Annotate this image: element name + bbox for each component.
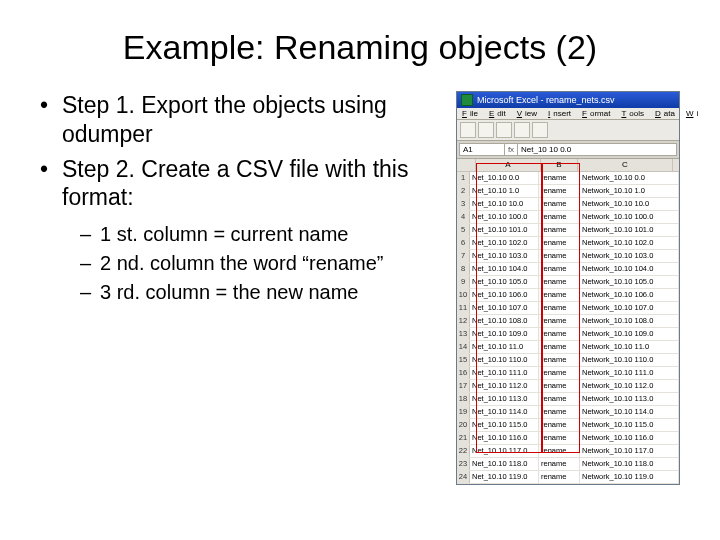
row-header[interactable]: 1 bbox=[457, 172, 470, 184]
cell[interactable]: Network_10.10 109.0 bbox=[580, 328, 679, 340]
toolbar-button[interactable] bbox=[496, 122, 512, 138]
cell[interactable]: Net_10.10 116.0 bbox=[470, 432, 539, 444]
cell[interactable]: rename bbox=[539, 380, 580, 392]
toolbar-button[interactable] bbox=[532, 122, 548, 138]
cell[interactable]: Net_10.10 10.0 bbox=[470, 198, 539, 210]
cell[interactable]: Net_10.10 1.0 bbox=[470, 185, 539, 197]
row-header[interactable]: 20 bbox=[457, 419, 470, 431]
cell[interactable]: Net_10.10 109.0 bbox=[470, 328, 539, 340]
toolbar-button[interactable] bbox=[514, 122, 530, 138]
row-header[interactable]: 6 bbox=[457, 237, 470, 249]
row-header[interactable]: 22 bbox=[457, 445, 470, 457]
row-header[interactable]: 14 bbox=[457, 341, 470, 353]
cell[interactable]: Network_10.10 100.0 bbox=[580, 211, 679, 223]
cell[interactable]: rename bbox=[539, 419, 580, 431]
cell[interactable]: Network_10.10 113.0 bbox=[580, 393, 679, 405]
cell[interactable]: Network_10.10 104.0 bbox=[580, 263, 679, 275]
cell[interactable]: Net_10.10 0.0 bbox=[470, 172, 539, 184]
row-header[interactable]: 12 bbox=[457, 315, 470, 327]
cell[interactable]: Network_10.10 115.0 bbox=[580, 419, 679, 431]
cell[interactable]: rename bbox=[539, 458, 580, 470]
cell[interactable]: rename bbox=[539, 315, 580, 327]
cell[interactable]: Network_10.10 101.0 bbox=[580, 224, 679, 236]
row-header[interactable]: 19 bbox=[457, 406, 470, 418]
cell[interactable]: Net_10.10 100.0 bbox=[470, 211, 539, 223]
row-header[interactable]: 9 bbox=[457, 276, 470, 288]
row-header[interactable]: 4 bbox=[457, 211, 470, 223]
cell[interactable]: Network_10.10 108.0 bbox=[580, 315, 679, 327]
menu-format[interactable]: Format bbox=[579, 109, 616, 118]
cell[interactable]: Network_10.10 119.0 bbox=[580, 471, 679, 483]
row-header[interactable]: 15 bbox=[457, 354, 470, 366]
cell[interactable]: Network_10.10 102.0 bbox=[580, 237, 679, 249]
cell[interactable]: Net_10.10 112.0 bbox=[470, 380, 539, 392]
cell[interactable]: rename bbox=[539, 185, 580, 197]
toolbar-button[interactable] bbox=[460, 122, 476, 138]
cell[interactable]: Network_10.10 110.0 bbox=[580, 354, 679, 366]
cell[interactable]: Network_10.10 1.0 bbox=[580, 185, 679, 197]
cell[interactable]: Network_10.10 114.0 bbox=[580, 406, 679, 418]
select-all-corner[interactable] bbox=[457, 159, 476, 171]
cell[interactable]: rename bbox=[539, 432, 580, 444]
cell[interactable]: Net_10.10 113.0 bbox=[470, 393, 539, 405]
cell[interactable]: rename bbox=[539, 393, 580, 405]
row-header[interactable]: 16 bbox=[457, 367, 470, 379]
row-header[interactable]: 10 bbox=[457, 289, 470, 301]
cell[interactable]: Network_10.10 118.0 bbox=[580, 458, 679, 470]
cell[interactable]: Net_10.10 107.0 bbox=[470, 302, 539, 314]
cell[interactable]: Network_10.10 107.0 bbox=[580, 302, 679, 314]
menu-insert[interactable]: Insert bbox=[545, 109, 577, 118]
cell[interactable]: Network_10.10 10.0 bbox=[580, 198, 679, 210]
cell[interactable]: Net_10.10 118.0 bbox=[470, 458, 539, 470]
menu-edit[interactable]: Edit bbox=[486, 109, 512, 118]
cell[interactable]: Net_10.10 108.0 bbox=[470, 315, 539, 327]
cell[interactable]: Net_10.10 115.0 bbox=[470, 419, 539, 431]
cell[interactable]: Network_10.10 111.0 bbox=[580, 367, 679, 379]
row-header[interactable]: 17 bbox=[457, 380, 470, 392]
cell[interactable]: rename bbox=[539, 471, 580, 483]
cell[interactable]: rename bbox=[539, 302, 580, 314]
cell[interactable]: Net_10.10 106.0 bbox=[470, 289, 539, 301]
cell[interactable]: Network_10.10 0.0 bbox=[580, 172, 679, 184]
row-header[interactable]: 5 bbox=[457, 224, 470, 236]
menu-view[interactable]: View bbox=[514, 109, 543, 118]
cell[interactable]: rename bbox=[539, 172, 580, 184]
cell[interactable]: Network_10.10 116.0 bbox=[580, 432, 679, 444]
row-header[interactable]: 13 bbox=[457, 328, 470, 340]
cell[interactable]: Net_10.10 103.0 bbox=[470, 250, 539, 262]
column-header-b[interactable]: B bbox=[541, 159, 578, 171]
cell[interactable]: rename bbox=[539, 276, 580, 288]
column-header-c[interactable]: C bbox=[578, 159, 673, 171]
cell[interactable]: rename bbox=[539, 224, 580, 236]
row-header[interactable]: 23 bbox=[457, 458, 470, 470]
cell[interactable]: Net_10.10 11.0 bbox=[470, 341, 539, 353]
cell[interactable]: Net_10.10 104.0 bbox=[470, 263, 539, 275]
row-header[interactable]: 7 bbox=[457, 250, 470, 262]
cell[interactable]: rename bbox=[539, 445, 580, 457]
column-header-a[interactable]: A bbox=[476, 159, 541, 171]
cell[interactable]: Network_10.10 117.0 bbox=[580, 445, 679, 457]
row-header[interactable]: 8 bbox=[457, 263, 470, 275]
cell[interactable]: rename bbox=[539, 211, 580, 223]
cell[interactable]: Network_10.10 105.0 bbox=[580, 276, 679, 288]
cell[interactable]: Network_10.10 106.0 bbox=[580, 289, 679, 301]
row-header[interactable]: 3 bbox=[457, 198, 470, 210]
cell[interactable]: rename bbox=[539, 263, 580, 275]
row-header[interactable]: 21 bbox=[457, 432, 470, 444]
menu-file[interactable]: File bbox=[459, 109, 484, 118]
row-header[interactable]: 24 bbox=[457, 471, 470, 483]
row-header[interactable]: 2 bbox=[457, 185, 470, 197]
cell[interactable]: Network_10.10 11.0 bbox=[580, 341, 679, 353]
cell[interactable]: Net_10.10 111.0 bbox=[470, 367, 539, 379]
row-header[interactable]: 18 bbox=[457, 393, 470, 405]
name-box[interactable]: A1 bbox=[460, 144, 505, 155]
cell[interactable]: Network_10.10 112.0 bbox=[580, 380, 679, 392]
cell[interactable]: rename bbox=[539, 341, 580, 353]
cell[interactable]: Net_10.10 110.0 bbox=[470, 354, 539, 366]
cell[interactable]: rename bbox=[539, 198, 580, 210]
cell[interactable]: rename bbox=[539, 367, 580, 379]
cell[interactable]: Net_10.10 114.0 bbox=[470, 406, 539, 418]
cell[interactable]: rename bbox=[539, 237, 580, 249]
cell[interactable]: Net_10.10 105.0 bbox=[470, 276, 539, 288]
cell[interactable]: Network_10.10 103.0 bbox=[580, 250, 679, 262]
